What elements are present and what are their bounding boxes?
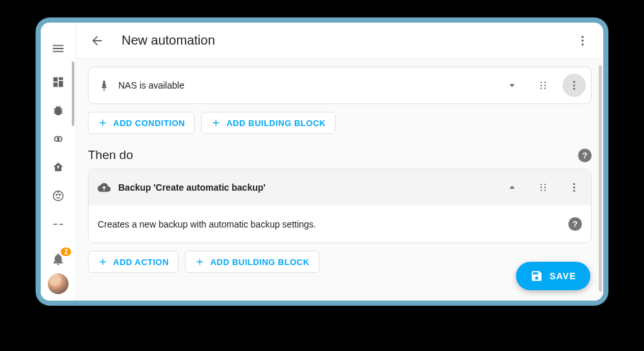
svg-point-19: [544, 187, 546, 188]
action-description: Creates a new backup with automatic back…: [98, 219, 561, 229]
app-window: 2 New automation NAS is available: [41, 23, 603, 301]
svg-point-18: [544, 184, 546, 185]
add-building-block-button-2[interactable]: ADD BUILDING BLOCK: [185, 251, 319, 273]
bug-icon[interactable]: [50, 103, 66, 118]
svg-point-9: [544, 81, 546, 83]
action-overflow-icon[interactable]: [563, 176, 586, 199]
svg-point-4: [581, 39, 583, 41]
drag-handle-icon[interactable]: [531, 74, 555, 97]
save-button[interactable]: SAVE: [516, 262, 590, 290]
help-icon[interactable]: ?: [578, 149, 592, 162]
face-icon[interactable]: [50, 188, 66, 204]
add-condition-label: ADD CONDITION: [113, 118, 185, 128]
add-building-block-label-1: ADD BUILDING BLOCK: [226, 118, 325, 128]
svg-point-23: [574, 190, 575, 192]
svg-point-7: [541, 85, 542, 86]
cloud-upload-icon: [98, 181, 111, 194]
add-building-block-button-1[interactable]: ADD BUILDING BLOCK: [201, 112, 335, 134]
collapse-up-icon[interactable]: [500, 176, 524, 199]
home-download-icon[interactable]: [50, 160, 66, 175]
help-icon[interactable]: ?: [568, 217, 582, 231]
content-area: NAS is available ADD CONDITION: [76, 59, 603, 301]
action-title: Backup 'Create automatic backup': [118, 182, 493, 193]
dashboard-icon[interactable]: [50, 74, 66, 90]
back-button[interactable]: [84, 28, 110, 54]
svg-point-14: [574, 88, 575, 90]
automation-icon: [98, 79, 111, 92]
trigger-overflow-icon[interactable]: [563, 74, 586, 97]
expand-down-icon[interactable]: [500, 74, 524, 97]
action-panel: Backup 'Create automatic backup' Creates…: [88, 169, 592, 243]
add-building-block-label-2: ADD BUILDING BLOCK: [210, 257, 309, 267]
save-label: SAVE: [550, 271, 576, 281]
notifications-icon[interactable]: 2: [50, 251, 66, 267]
rail-scrollbar[interactable]: [72, 61, 74, 126]
svg-point-22: [574, 187, 575, 189]
svg-point-3: [581, 36, 583, 37]
svg-point-20: [544, 189, 546, 191]
drag-handle-icon[interactable]: [531, 176, 555, 199]
topbar: New automation: [76, 23, 603, 59]
svg-point-17: [541, 189, 542, 191]
svg-point-6: [541, 81, 542, 83]
menu-icon[interactable]: [45, 36, 71, 61]
svg-point-16: [541, 187, 542, 188]
then-do-title: Then do: [88, 148, 578, 162]
avatar[interactable]: [48, 273, 69, 294]
svg-point-12: [574, 81, 575, 83]
svg-point-10: [544, 85, 546, 86]
add-action-button[interactable]: ADD ACTION: [88, 251, 178, 273]
add-condition-button[interactable]: ADD CONDITION: [88, 112, 195, 134]
action-panel-header[interactable]: Backup 'Create automatic backup': [89, 169, 591, 206]
overflow-menu-top[interactable]: [570, 28, 596, 54]
then-do-header: Then do ?: [88, 148, 592, 162]
svg-point-15: [541, 184, 542, 185]
svg-point-11: [544, 87, 546, 89]
svg-point-21: [574, 183, 575, 185]
trigger-label: NAS is available: [118, 80, 493, 90]
trigger-card[interactable]: NAS is available: [88, 67, 592, 104]
svg-point-8: [541, 87, 542, 89]
svg-point-13: [574, 85, 575, 87]
infinity-icon[interactable]: [50, 131, 66, 147]
svg-point-2: [59, 195, 61, 196]
notifications-badge: 2: [61, 248, 71, 256]
columns-icon[interactable]: [50, 217, 66, 232]
page-title: New automation: [122, 33, 215, 48]
sidebar-rail: 2: [41, 23, 76, 301]
svg-point-5: [581, 43, 583, 45]
add-action-label: ADD ACTION: [113, 257, 169, 267]
svg-point-1: [56, 195, 58, 196]
content-scrollbar[interactable]: [599, 65, 602, 292]
